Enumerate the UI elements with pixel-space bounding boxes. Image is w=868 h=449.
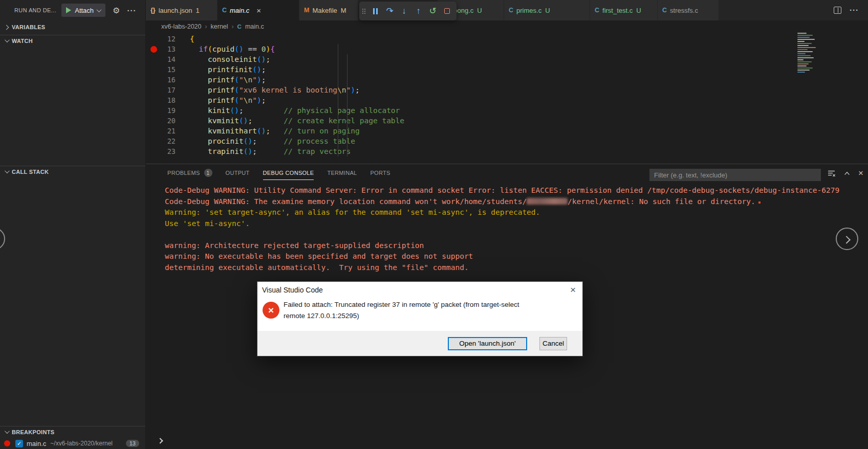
split-editor-icon[interactable] (834, 7, 841, 14)
minimap-line (797, 37, 810, 38)
glyph-margin[interactable] (146, 34, 158, 44)
close-panel-icon[interactable]: × (858, 169, 863, 177)
breadcrumb-folder[interactable]: xv6-labs-2020 (161, 23, 202, 30)
breadcrumb-file[interactable]: main.c (245, 23, 264, 30)
glyph-margin[interactable] (146, 126, 158, 136)
panel-tab-problems[interactable]: PROBLEMS1 (167, 169, 212, 180)
sidebar-section-call-stack[interactable]: CALL STACK (0, 166, 145, 177)
minimap-line (797, 45, 809, 46)
console-line: determining executable automatically. Tr… (165, 262, 863, 274)
gear-icon[interactable]: ⚙ (113, 6, 120, 15)
chevron-down-icon (5, 37, 10, 42)
code-text: procinit(); // process table (176, 136, 355, 146)
code-line-23: 23 trapinit(); // trap vectors (146, 146, 868, 156)
tab-label: stressfs.c (670, 7, 698, 14)
open-launch-json-button[interactable]: Open 'launch.json' (448, 337, 527, 350)
dialog-footer: Open 'launch.json' Cancel (257, 331, 582, 356)
minimap-line (797, 72, 805, 73)
c-file-icon: C (662, 7, 667, 14)
glyph-margin[interactable] (146, 64, 158, 75)
glyph-margin[interactable] (146, 146, 158, 156)
line-number: 19 (158, 105, 176, 116)
line-number: 22 (158, 136, 176, 146)
editor-tab-main-c[interactable]: Cmain.c× (218, 0, 299, 20)
tabbar-actions: ··· (834, 6, 859, 14)
carousel-next-button[interactable] (836, 228, 858, 250)
panel-tab-debug-console[interactable]: DEBUG CONSOLE (263, 169, 314, 180)
editor-tab-Makefile[interactable]: MMakefileM (299, 0, 358, 20)
line-number: 21 (158, 126, 176, 136)
maximize-panel-icon[interactable] (843, 170, 851, 177)
minimap-line (797, 43, 812, 44)
editor-tab-primes-c[interactable]: Cprimes.cU (504, 0, 590, 20)
code-text: printf("\n"); (176, 95, 266, 105)
sidebar-section-breakpoints[interactable]: BREAKPOINTS (0, 426, 145, 437)
close-icon[interactable]: × (256, 7, 261, 14)
console-line: warning: No executable has been specifie… (165, 251, 863, 262)
editor-tab-launch-json[interactable]: {}launch.json1 (146, 0, 218, 20)
restart-icon[interactable]: ↺ (426, 5, 439, 17)
minimap[interactable] (797, 33, 822, 80)
panel-tab-ports[interactable]: PORTS (370, 169, 390, 180)
code-editor[interactable]: 12{13 if(cpuid() == 0){14 consoleinit();… (146, 34, 868, 164)
cancel-button[interactable]: Cancel (539, 337, 567, 350)
indent-guide (338, 44, 338, 156)
breakpoint-file: main.c (27, 440, 46, 447)
step-into-icon[interactable]: ↓ (398, 5, 410, 17)
editor-tab-bar: {}launch.json1Cmain.c×MMakefileMCgpong.c… (146, 0, 868, 20)
glyph-margin[interactable] (146, 136, 158, 146)
editor-tab-stressfs-c[interactable]: Cstressfs.c (658, 0, 719, 20)
indent-guide (347, 54, 348, 156)
debug-console-input-prompt[interactable] (158, 436, 162, 445)
minimap-line (797, 65, 807, 66)
sidebar-section-variables[interactable]: VARIABLES (0, 21, 145, 33)
c-file-icon: C (222, 7, 227, 14)
code-line-14: 14 consoleinit(); (146, 54, 868, 64)
step-over-icon[interactable]: ↷ (383, 5, 396, 17)
panel-tab-terminal[interactable]: TERMINAL (327, 169, 357, 180)
problems-count-badge: 1 (204, 169, 212, 177)
drag-grip-icon[interactable] (362, 9, 363, 10)
panel-tab-output[interactable]: OUTPUT (226, 169, 250, 180)
glyph-margin[interactable] (146, 75, 158, 85)
chevron-down-icon (97, 7, 102, 12)
clear-console-icon[interactable] (828, 169, 836, 177)
console-line: Warning: 'set target-async', an alias fo… (165, 207, 863, 218)
stop-icon[interactable] (441, 5, 453, 17)
panel-tab-label: DEBUG CONSOLE (263, 170, 314, 176)
breadcrumb: xv6-labs-2020 › kernel › C main.c (146, 20, 868, 33)
dialog-close-icon[interactable]: × (570, 284, 576, 296)
step-out-icon[interactable]: ↑ (412, 5, 425, 17)
glyph-margin[interactable] (146, 85, 158, 95)
code-text: trapinit(); // trap vectors (176, 146, 351, 156)
line-number: 18 (158, 95, 176, 105)
editor-tab-first_test-c[interactable]: Cfirst_test.cU (590, 0, 658, 20)
glyph-margin[interactable] (146, 54, 158, 64)
minimap-line (797, 63, 809, 64)
glyph-margin[interactable] (146, 116, 158, 126)
console-line: warning: Architecture rejected target-su… (165, 240, 863, 252)
sidebar-section-watch[interactable]: WATCH (0, 35, 145, 46)
glyph-margin[interactable] (146, 105, 158, 116)
breakpoint-list-item[interactable]: ✓ main.c ~/xv6-labs-2020/kernel 13 (0, 438, 145, 449)
code-line-22: 22 procinit(); // process table (146, 136, 868, 146)
minimap-line (797, 55, 811, 56)
attach-run-button[interactable]: Attach (61, 4, 105, 17)
glyph-margin[interactable] (146, 44, 158, 54)
console-filter-input[interactable] (649, 169, 821, 181)
dialog-title: Visual Studio Code (262, 286, 323, 294)
panel-tab-label: TERMINAL (327, 170, 357, 176)
line-number: 17 (158, 85, 176, 95)
breadcrumb-folder[interactable]: kernel (211, 23, 228, 30)
pause-icon[interactable] (369, 5, 382, 17)
minimap-line (797, 53, 806, 54)
glyph-margin[interactable] (146, 95, 158, 105)
run-and-debug-sidebar: RUN AND DE... Attach ⚙ ··· VARIABLES WAT… (0, 0, 146, 449)
breakpoint-checkbox[interactable]: ✓ (15, 440, 23, 447)
chevron-right-icon (4, 25, 9, 30)
section-label: CALL STACK (12, 169, 49, 175)
breakpoint-dot-icon[interactable] (150, 46, 157, 53)
editor-more-actions-icon[interactable]: ··· (850, 6, 859, 14)
more-actions-icon[interactable]: ··· (127, 6, 136, 15)
line-number: 13 (158, 44, 176, 54)
